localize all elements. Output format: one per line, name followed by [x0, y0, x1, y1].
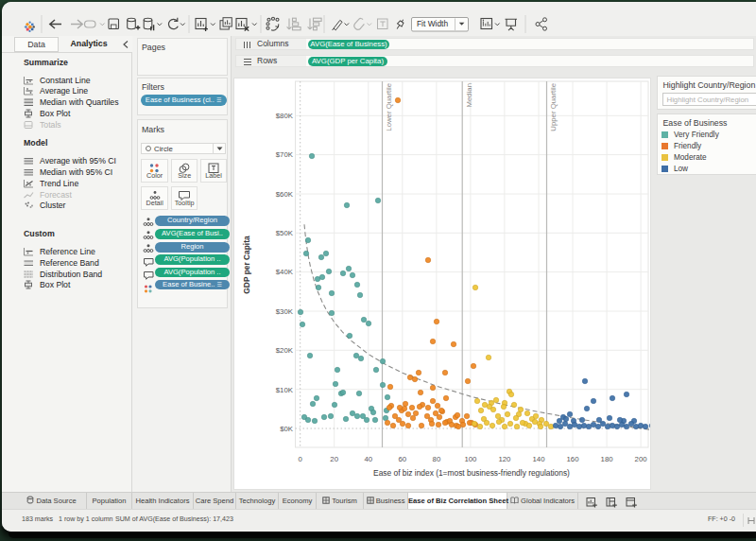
svg-text:$50K: $50K [276, 229, 294, 237]
svg-text:GDP per Capita: GDP per Capita [242, 236, 251, 294]
svg-text:140: 140 [532, 455, 545, 463]
svg-text:Median: Median [465, 83, 473, 108]
svg-text:Lower Quartile: Lower Quartile [385, 83, 393, 131]
svg-text:$60K: $60K [276, 190, 294, 199]
svg-text:$80K: $80K [276, 112, 294, 120]
svg-text:200: 200 [635, 455, 648, 463]
svg-text:Ease of biz index (1=most busi: Ease of biz index (1=most business-frien… [373, 468, 570, 478]
svg-text:0: 0 [299, 455, 303, 463]
svg-text:180: 180 [601, 455, 614, 463]
svg-text:$70K: $70K [276, 150, 294, 159]
svg-text:$20K: $20K [276, 346, 294, 355]
svg-text:20: 20 [330, 455, 338, 463]
svg-text:120: 120 [498, 455, 511, 463]
svg-text:160: 160 [566, 455, 579, 463]
svg-text:80: 80 [433, 455, 441, 463]
svg-text:Upper Quartile: Upper Quartile [549, 83, 558, 131]
svg-text:40: 40 [364, 455, 372, 463]
svg-text:100: 100 [464, 455, 477, 463]
svg-text:$30K: $30K [276, 307, 294, 316]
svg-text:$40K: $40K [276, 268, 294, 276]
svg-text:$10K: $10K [276, 386, 294, 394]
svg-text:Fit Width: Fit Width [417, 19, 448, 28]
svg-text:$0K: $0K [280, 425, 294, 433]
svg-text:60: 60 [398, 455, 406, 463]
